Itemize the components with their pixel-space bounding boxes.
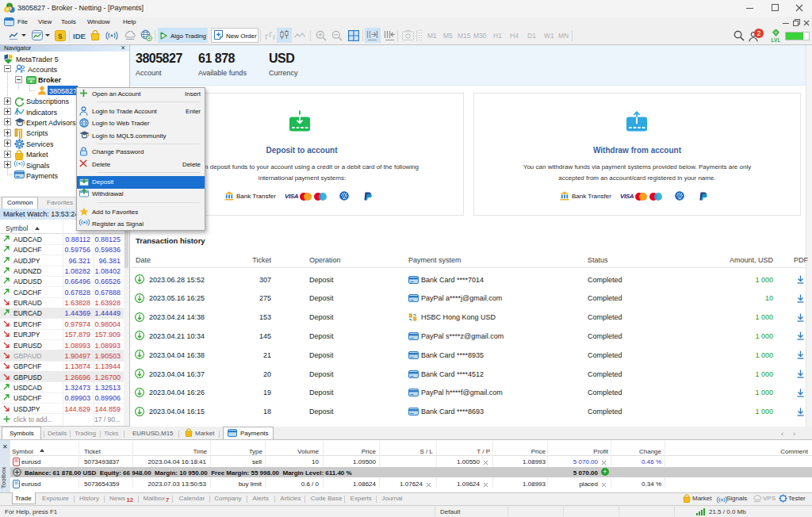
svg-text:LVL: LVL — [772, 37, 781, 43]
svg-text:$: $ — [8, 6, 11, 12]
svg-text:$: $ — [58, 32, 63, 40]
